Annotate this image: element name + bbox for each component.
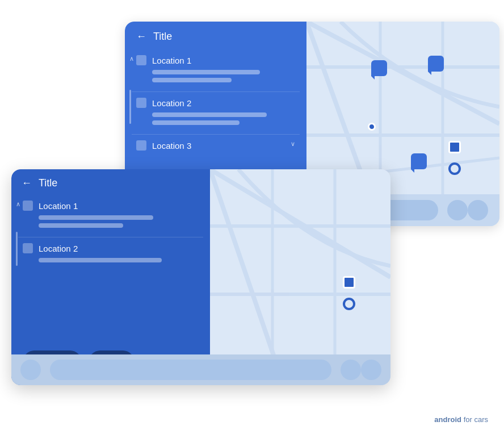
front-item-checkbox-1[interactable] — [23, 201, 33, 211]
watermark-bold: android — [434, 415, 461, 424]
back-panel-list: ∧ Location 1 Location 2 ∨ — [125, 49, 306, 161]
front-panel-title: Title — [39, 177, 57, 189]
location-2-title: Location 2 — [152, 98, 191, 108]
front-card: ← Title ∧ Location 1 Location 2 — [11, 169, 390, 385]
front-location-1-bar-2 — [39, 223, 123, 228]
watermark-regular: for cars — [461, 415, 488, 424]
watermark: android for cars — [434, 415, 488, 424]
map-marker-speech-1 — [371, 60, 387, 76]
map-marker-square-1 — [448, 141, 461, 153]
front-map-marker-ring — [343, 298, 355, 310]
list-item[interactable]: Location 2 — [18, 237, 203, 272]
list-item[interactable]: ∧ Location 1 — [18, 195, 203, 237]
location-1-bar-1 — [152, 70, 260, 74]
list-item[interactable]: Location 2 — [132, 92, 300, 135]
list-item[interactable]: ∨ Location 3 — [132, 135, 300, 161]
item-checkbox-1[interactable] — [136, 55, 146, 65]
front-map-marker-square — [343, 276, 355, 289]
map-marker-speech-3 — [411, 153, 427, 169]
map-marker-ring-1 — [448, 162, 461, 175]
front-item-checkbox-2[interactable] — [23, 243, 33, 253]
item-checkbox-3[interactable] — [136, 140, 146, 151]
front-location-1-title: Location 1 — [39, 201, 78, 211]
back-panel-header: ← Title — [125, 22, 306, 49]
item-checkbox-2[interactable] — [136, 98, 146, 108]
back-scroll-indicator — [129, 90, 131, 124]
front-location-1-bar-1 — [39, 215, 153, 220]
front-nav-circle-3[interactable] — [361, 360, 381, 380]
front-nav-circle-1[interactable] — [20, 360, 41, 380]
back-arrow-icon[interactable]: ← — [136, 31, 146, 43]
front-location-2-bar-1 — [39, 258, 162, 262]
list-item[interactable]: ∧ Location 1 — [132, 49, 300, 92]
back-panel-title: Title — [153, 31, 172, 43]
location-2-bar-2 — [152, 120, 240, 125]
map-marker-dot — [368, 123, 376, 131]
front-panel-header: ← Title — [11, 169, 210, 195]
svg-line-8 — [210, 169, 390, 277]
location-1-bar-2 — [152, 78, 232, 82]
location-1-title: Location 1 — [152, 56, 191, 65]
front-scroll-indicator — [16, 232, 18, 266]
location-3-title: Location 3 — [152, 141, 191, 151]
front-location-2-title: Location 2 — [39, 244, 78, 253]
nav-circle-3[interactable] — [468, 200, 488, 220]
front-panel-list: ∧ Location 1 Location 2 — [11, 195, 210, 272]
map-marker-speech-2 — [428, 56, 444, 72]
front-panel: ← Title ∧ Location 1 Location 2 — [11, 169, 210, 385]
front-nav-pill[interactable] — [50, 360, 331, 380]
location-2-bar-1 — [152, 112, 267, 117]
front-nav-circle-2[interactable] — [341, 360, 361, 380]
front-bottom-nav — [11, 354, 390, 385]
nav-circle-2[interactable] — [447, 200, 468, 220]
front-back-arrow-icon[interactable]: ← — [22, 177, 32, 189]
